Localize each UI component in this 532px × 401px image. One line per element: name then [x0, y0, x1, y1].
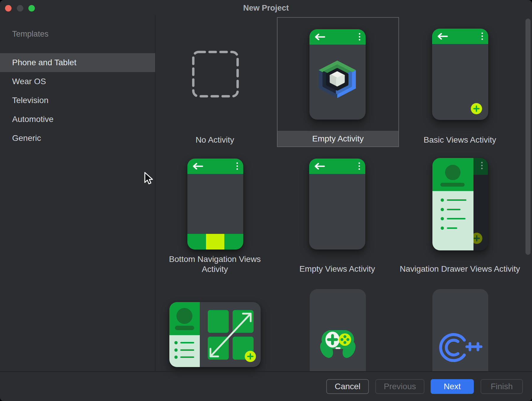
sidebar-item-label: Automotive	[12, 115, 53, 124]
new-project-dialog: New Project Templates Phone and Tablet W…	[0, 0, 532, 401]
back-arrow-icon	[437, 33, 448, 40]
nav-drawer-panel	[432, 158, 473, 250]
game-activity-thumbnail[interactable]	[310, 289, 366, 371]
menu-line	[447, 227, 457, 229]
finish-button[interactable]: Finish	[481, 379, 523, 394]
sidebar-item-wear-os[interactable]: Wear OS	[0, 72, 155, 91]
native-cpp-thumbnail[interactable]	[432, 289, 488, 371]
kebab-menu-icon	[359, 162, 360, 170]
menu-bullet-icon	[441, 226, 444, 230]
next-button[interactable]: Next	[431, 379, 474, 394]
menu-line	[447, 218, 466, 219]
back-arrow-icon	[314, 34, 325, 40]
navigation-drawer-thumbnail	[432, 158, 488, 250]
empty-views-activity-thumbnail	[309, 159, 365, 250]
templates-sidebar: Templates Phone and Tablet Wear OS Telev…	[0, 15, 155, 371]
appbar	[432, 29, 488, 44]
menu-line	[180, 349, 194, 351]
appbar	[187, 159, 243, 174]
template-card-navigation-drawer-views-activity[interactable]: Navigation Drawer Views Activity	[389, 264, 531, 274]
sidebar-item-generic[interactable]: Generic	[0, 129, 155, 148]
selected-template-label: Empty Activity	[278, 131, 398, 146]
sidebar-item-automotive[interactable]: Automotive	[0, 110, 155, 129]
menu-bullet-icon	[174, 356, 178, 359]
back-arrow-icon	[314, 163, 325, 169]
template-card-empty-views-activity[interactable]: Empty Views Activity	[278, 264, 396, 274]
fab-add-icon	[245, 351, 256, 362]
responsive-views-thumbnail[interactable]	[169, 302, 261, 367]
bottom-nav-bar	[187, 234, 243, 250]
menu-bullet-icon	[174, 341, 178, 344]
empty-activity-thumbnail	[309, 29, 366, 120]
drawer-header	[169, 302, 200, 335]
sidebar-item-label: Television	[12, 96, 48, 105]
template-card-bottom-navigation-views-activity[interactable]: Bottom Navigation Views Activity	[159, 254, 271, 274]
kebab-menu-icon	[359, 33, 360, 40]
window-title: New Project	[0, 4, 532, 13]
previous-button[interactable]: Previous	[375, 379, 424, 394]
drawer-menu	[169, 335, 200, 367]
sidebar-item-label: Generic	[12, 133, 41, 143]
gamepad-icon	[314, 327, 361, 363]
cancel-button[interactable]: Cancel	[326, 379, 369, 394]
kebab-menu-icon	[236, 162, 238, 170]
titlebar: New Project	[0, 0, 532, 15]
kebab-menu-icon	[481, 162, 483, 169]
basic-views-activity-thumbnail	[432, 29, 488, 120]
menu-line	[447, 209, 460, 210]
template-card-no-activity[interactable]: No Activity	[156, 135, 274, 145]
scrollbar-thumb[interactable]	[525, 19, 531, 255]
sidebar-item-phone-and-tablet[interactable]: Phone and Tablet	[0, 53, 155, 72]
menu-line	[447, 199, 466, 201]
bottom-navigation-thumbnail	[187, 159, 243, 250]
footer-separator	[0, 371, 532, 372]
mouse-cursor-icon	[144, 172, 154, 186]
nav-drawer-panel	[169, 302, 200, 367]
username-placeholder	[440, 183, 465, 187]
sidebar-item-label: Wear OS	[12, 77, 46, 86]
kebab-menu-icon	[481, 32, 483, 40]
bottom-nav-selected-tab	[206, 234, 224, 250]
back-arrow-icon	[192, 163, 203, 169]
menu-bullet-icon	[441, 217, 444, 220]
avatar-icon	[176, 308, 192, 324]
drawer-header	[432, 158, 473, 191]
menu-bullet-icon	[441, 208, 444, 211]
fab-add-icon	[471, 103, 482, 114]
sidebar-item-label: Phone and Tablet	[12, 58, 76, 67]
no-activity-placeholder-icon[interactable]	[191, 50, 240, 99]
sidebar-header: Templates	[12, 30, 48, 39]
drawer-menu	[432, 191, 473, 250]
jetpack-compose-logo-icon	[315, 60, 359, 98]
cpp-logo-icon	[439, 330, 483, 365]
appbar	[309, 159, 365, 174]
menu-line	[180, 342, 194, 343]
appbar	[309, 29, 366, 45]
menu-bullet-icon	[441, 198, 444, 202]
menu-line	[180, 356, 194, 358]
sidebar-item-television[interactable]: Television	[0, 91, 155, 110]
menu-bullet-icon	[174, 348, 178, 352]
template-card-basic-views-activity[interactable]: Basic Views Activity	[401, 135, 519, 145]
avatar-icon	[445, 165, 460, 180]
username-placeholder	[175, 326, 194, 330]
